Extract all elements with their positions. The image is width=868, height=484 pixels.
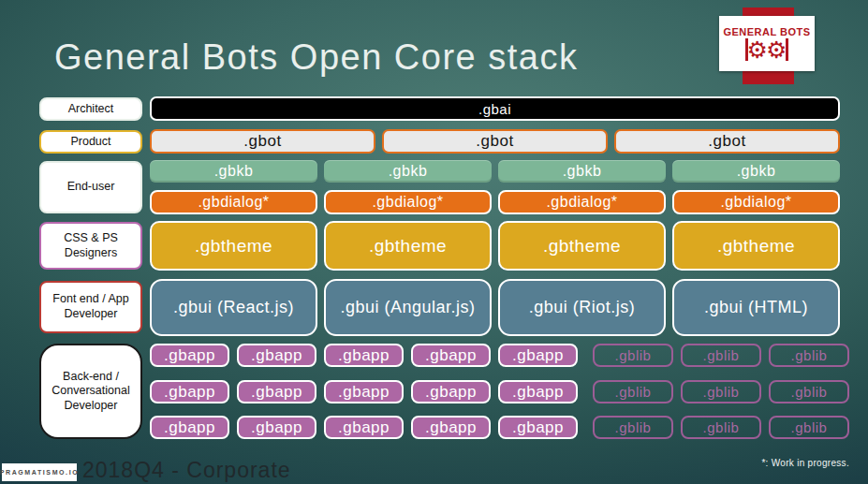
- row-gbtheme: .gbtheme.gbtheme.gbtheme.gbtheme: [150, 221, 840, 271]
- page-title: General Bots Open Core stack: [54, 37, 578, 78]
- gbapp-block: .gbapp: [411, 380, 491, 403]
- work-in-progress-footnote: *: Work in progress.: [761, 458, 849, 468]
- row-gbui: .gbui (React.js).gbui (Angular.js).gbui …: [150, 279, 840, 336]
- gbtheme-block: .gbtheme: [498, 221, 666, 271]
- gbui-block: .gbui (HTML): [672, 279, 840, 336]
- gbdialog-block: .gbdialog*: [672, 190, 840, 214]
- gbkb-block: .gbkb: [150, 160, 317, 183]
- row-gbot: .gbot.gbot.gbot: [150, 129, 840, 154]
- gbdialog-block: .gbdialog*: [324, 190, 492, 214]
- gear-icon: ⚙: [766, 38, 787, 62]
- label-frontend-app-developer: Font end / App Developer: [39, 281, 142, 333]
- gbui-block: .gbui (Angular.js): [324, 279, 492, 336]
- gbdialog-block: .gbdialog*: [498, 190, 666, 214]
- gbapp-block: .gbapp: [237, 380, 316, 403]
- gbapp-block: .gbapp: [237, 344, 316, 367]
- gbkb-block: .gbkb: [672, 160, 840, 183]
- gbapp-block: .gbapp: [150, 344, 229, 367]
- gbtheme-block: .gbtheme: [150, 221, 317, 271]
- gbapp-block: .gbapp: [411, 344, 491, 367]
- gbapp-block: .gbapp: [150, 416, 229, 439]
- gbkb-block: .gbkb: [498, 160, 666, 183]
- row-backend-2: .gbapp.gbapp.gbapp.gbapp.gbapp .gblib.gb…: [150, 380, 840, 403]
- gblib-block: .gblib: [769, 380, 849, 403]
- footer-caption: 2018Q4 - Corporate: [82, 458, 291, 483]
- gbai-block: .gbai: [150, 96, 840, 121]
- gbdialog-block: .gbdialog*: [150, 190, 317, 214]
- gblib-block: .gblib: [681, 416, 761, 439]
- gbapp-block: .gbapp: [498, 380, 578, 403]
- gbapp-block: .gbapp: [324, 344, 404, 367]
- gbui-block: .gbui (React.js): [150, 279, 317, 336]
- gblib-block: .gblib: [681, 380, 761, 403]
- gbapp-block: .gbapp: [324, 416, 404, 439]
- general-bots-logo: GENERAL BOTS ⚙⚙: [719, 16, 815, 71]
- gbot-block: .gbot: [150, 129, 375, 154]
- label-architect: Architect: [39, 97, 142, 121]
- label-end-user: End-user: [39, 161, 142, 213]
- logo-text: GENERAL BOTS: [723, 26, 810, 37]
- pragmatismo-brand-box: PRAGMATISMO.IO: [2, 463, 77, 481]
- gear-icon: ⚙: [747, 38, 768, 62]
- row-backend-1: .gbapp.gbapp.gbapp.gbapp.gbapp .gblib.gb…: [150, 344, 840, 367]
- gblib-block: .gblib: [769, 416, 849, 439]
- gbtheme-block: .gbtheme: [672, 221, 840, 271]
- label-product: Product: [39, 130, 142, 154]
- row-gbdialog: .gbdialog*.gbdialog*.gbdialog*.gbdialog*: [150, 190, 840, 214]
- label-backend-conversational-developer: Back-end / Conversational Developer: [39, 344, 142, 439]
- gear-bar-right: [786, 38, 788, 61]
- row-gbkb: .gbkb.gbkb.gbkb.gbkb: [150, 160, 840, 183]
- gbapp-block: .gbapp: [498, 416, 578, 439]
- gbapp-block: .gbapp: [237, 416, 316, 439]
- gblib-block: .gblib: [593, 416, 673, 439]
- row-backend-3: .gbapp.gbapp.gbapp.gbapp.gbapp .gblib.gb…: [150, 416, 840, 439]
- gblib-block: .gblib: [593, 380, 673, 403]
- gblib-block: .gblib: [593, 344, 673, 367]
- gbapp-block: .gbapp: [411, 416, 491, 439]
- gears-icon: ⚙⚙: [745, 38, 789, 62]
- gbot-block: .gbot: [382, 129, 608, 154]
- gbkb-block: .gbkb: [324, 160, 492, 183]
- gbapp-block: .gbapp: [498, 344, 578, 367]
- label-css-ps-designers: CSS & PS Designers: [39, 222, 142, 270]
- gbapp-block: .gbapp: [324, 380, 404, 403]
- gblib-block: .gblib: [681, 344, 761, 367]
- gbot-block: .gbot: [614, 129, 840, 154]
- gbapp-block: .gbapp: [150, 380, 229, 403]
- gbtheme-block: .gbtheme: [324, 221, 492, 271]
- row-gbai: .gbai: [150, 96, 840, 121]
- gblib-block: .gblib: [769, 344, 849, 367]
- gbui-block: .gbui (Riot.js): [498, 279, 666, 336]
